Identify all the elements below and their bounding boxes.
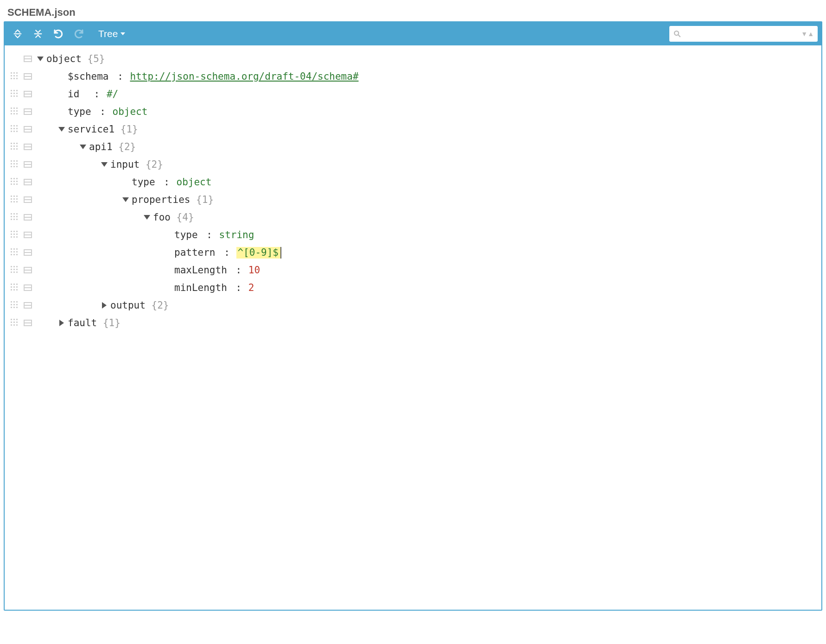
tree-row: type : string	[8, 226, 818, 244]
search-icon	[673, 30, 681, 38]
node-key[interactable]: api1	[89, 142, 113, 152]
tree-row: service1 {1}	[8, 120, 818, 138]
expand-all-button[interactable]	[8, 25, 27, 43]
node-key[interactable]: id	[68, 89, 85, 99]
separator: :	[227, 265, 248, 275]
drag-handle[interactable]	[8, 178, 21, 186]
node-key[interactable]: type	[174, 230, 198, 240]
node-value[interactable]: ^[0-9]$	[236, 247, 281, 259]
tree-view: object {5}$schema : http://json-schema.o…	[5, 45, 821, 610]
node-value[interactable]: object	[177, 177, 212, 187]
drag-handle[interactable]	[8, 284, 21, 292]
drag-handle[interactable]	[8, 301, 21, 309]
node-value[interactable]: string	[219, 230, 254, 240]
context-menu-button[interactable]	[21, 196, 34, 203]
context-menu-button[interactable]	[21, 91, 34, 97]
node-key[interactable]: service1	[68, 125, 114, 134]
context-menu-button[interactable]	[21, 144, 34, 150]
search-next-icon[interactable]: ▼	[801, 32, 807, 36]
collapse-icon[interactable]	[120, 197, 132, 202]
separator: :	[91, 107, 113, 117]
drag-handle[interactable]	[8, 213, 21, 221]
collapse-icon[interactable]	[98, 162, 110, 167]
context-menu-button[interactable]	[21, 284, 34, 291]
node-count: {1}	[103, 318, 121, 328]
collapse-icon[interactable]	[56, 127, 68, 132]
separator: :	[109, 72, 130, 82]
context-menu-button[interactable]	[21, 56, 34, 62]
node-key[interactable]: maxLength	[174, 265, 227, 275]
node-key[interactable]: object	[46, 54, 82, 64]
search-input[interactable]	[685, 29, 797, 39]
redo-button[interactable]	[70, 25, 88, 43]
node-value[interactable]: 2	[248, 283, 254, 293]
drag-handle[interactable]	[8, 196, 21, 204]
context-menu-button[interactable]	[21, 126, 34, 133]
context-menu-button[interactable]	[21, 232, 34, 238]
drag-handle[interactable]	[8, 90, 21, 98]
tree-row: type : object	[8, 173, 818, 191]
node-key[interactable]: properties	[132, 195, 190, 205]
context-menu-button[interactable]	[21, 179, 34, 185]
tree-row: properties {1}	[8, 191, 818, 208]
node-key[interactable]: output	[110, 301, 146, 310]
node-key[interactable]: fault	[68, 318, 97, 328]
node-key[interactable]: input	[110, 160, 140, 170]
drag-handle[interactable]	[8, 72, 21, 81]
node-count: {2}	[146, 160, 163, 170]
context-menu-button[interactable]	[21, 73, 34, 80]
context-menu-button[interactable]	[21, 302, 34, 309]
collapse-icon[interactable]	[141, 215, 153, 220]
node-value[interactable]: object	[113, 107, 148, 117]
node-count: {2}	[118, 142, 136, 152]
context-menu-button[interactable]	[21, 161, 34, 168]
separator: :	[155, 177, 177, 187]
expand-icon[interactable]	[98, 302, 110, 309]
node-count: {4}	[177, 213, 194, 222]
drag-handle[interactable]	[8, 266, 21, 274]
context-menu-button[interactable]	[21, 267, 34, 273]
drag-handle[interactable]	[8, 107, 21, 116]
collapse-icon[interactable]	[77, 145, 89, 149]
tree-row: type : object	[8, 103, 818, 120]
separator: :	[227, 283, 248, 293]
context-menu-button[interactable]	[21, 320, 34, 326]
mode-dropdown[interactable]: Tree	[98, 28, 125, 39]
tree-row: output {2}	[8, 297, 818, 314]
undo-button[interactable]	[49, 25, 68, 43]
tree-row: foo {4}	[8, 208, 818, 226]
node-count: {1}	[196, 195, 214, 205]
node-key[interactable]: minLength	[174, 283, 227, 293]
drag-handle[interactable]	[8, 319, 21, 327]
node-count: {2}	[152, 301, 169, 310]
search-prev-icon[interactable]: ▲	[807, 32, 814, 36]
collapse-all-button[interactable]	[29, 25, 47, 43]
tree-row: input {2}	[8, 156, 818, 173]
node-value[interactable]: #/	[107, 89, 118, 99]
mode-label: Tree	[98, 28, 118, 39]
node-key[interactable]: type	[68, 107, 91, 117]
drag-handle[interactable]	[8, 143, 21, 151]
node-value[interactable]: 10	[248, 265, 260, 275]
separator: :	[198, 230, 219, 240]
node-key[interactable]: foo	[153, 213, 171, 222]
node-count: {1}	[121, 125, 138, 134]
context-menu-button[interactable]	[21, 108, 34, 115]
expand-icon[interactable]	[56, 320, 68, 326]
json-editor: Tree ▼ ▲ object {5}$schema : http://json…	[4, 21, 822, 611]
node-key[interactable]: pattern	[174, 248, 216, 258]
drag-handle[interactable]	[8, 125, 21, 133]
node-value[interactable]: http://json-schema.org/draft-04/schema#	[130, 72, 358, 82]
tree-row: pattern : ^[0-9]$	[8, 244, 818, 261]
drag-handle[interactable]	[8, 248, 21, 257]
drag-handle[interactable]	[8, 160, 21, 169]
node-key[interactable]: type	[132, 177, 155, 187]
tree-row: id : #/	[8, 85, 818, 103]
context-menu-button[interactable]	[21, 249, 34, 256]
chevron-down-icon	[121, 32, 125, 35]
separator: :	[216, 248, 237, 258]
collapse-icon[interactable]	[34, 57, 46, 61]
context-menu-button[interactable]	[21, 214, 34, 221]
drag-handle[interactable]	[8, 231, 21, 239]
node-key[interactable]: $schema	[68, 72, 109, 82]
